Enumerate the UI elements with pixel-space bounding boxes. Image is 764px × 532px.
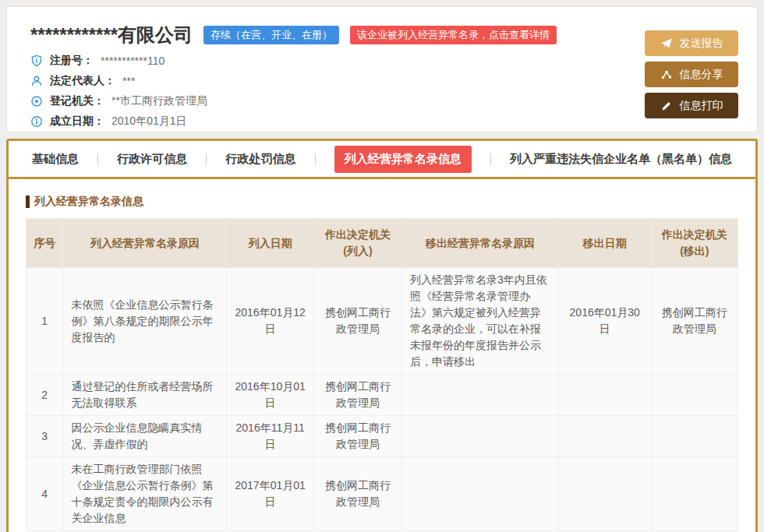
field-registration-authority: 登记机关： **市工商行政管理局 xyxy=(30,94,557,108)
action-label: 信息打印 xyxy=(680,99,723,113)
cell-reason-out xyxy=(402,375,559,416)
cell-authority-out: 携创网工商行政管理局 xyxy=(651,268,737,375)
cell-reason-in: 未在工商行政管理部门依照《企业信息公示暂行条例》第十条规定责令的期限内公示有关企… xyxy=(63,457,227,531)
cell-reason-out: 列入经营异常名录3年内且依照《经营异常名录管理办法》第六规定被列入经营异常名录的… xyxy=(402,268,559,375)
tab-separator xyxy=(206,153,207,165)
cell-reason-out xyxy=(402,457,559,531)
tab-separator xyxy=(490,153,491,165)
status-badge: 存续（在营、开业、在册） xyxy=(203,26,339,44)
cell-reason-in: 通过登记的住所或者经营场所无法取得联系 xyxy=(63,375,227,416)
cell-date-in: 2016年10月01日 xyxy=(227,375,313,416)
cell-reason-in: 因公示企业信息隐瞒真实情况、弄虚作假的 xyxy=(63,416,227,457)
table-row: 3 因公示企业信息隐瞒真实情况、弄虚作假的 2016年11月11日 携创网工商行… xyxy=(27,416,738,457)
cell-date-in: 2016年11月11日 xyxy=(227,416,313,457)
cell-authority-in: 携创网工商行政管理局 xyxy=(313,457,401,531)
column-header-authority-in: 作出决定机关(列入) xyxy=(313,219,401,268)
table-row: 1 未依照《企业信息公示暂行条例》第八条规定的期限公示年度报告的 2016年01… xyxy=(27,268,738,375)
column-header-reason-out: 移出经营异常名录原因 xyxy=(402,219,559,268)
column-header-seq: 序号 xyxy=(27,219,63,268)
field-label: 注册号： xyxy=(50,54,94,68)
field-label: 成立日期： xyxy=(50,115,104,129)
table-header-row: 序号 列入经营异常名录原因 列入日期 作出决定机关(列入) 移出经营异常名录原因… xyxy=(27,219,738,268)
abnormal-records-table: 序号 列入经营异常名录原因 列入日期 作出决定机关(列入) 移出经营异常名录原因… xyxy=(26,218,738,531)
action-label: 发送报告 xyxy=(680,37,723,51)
cell-seq: 1 xyxy=(27,268,63,375)
main-panel: 基础信息 行政许可信息 行政处罚信息 列入经营异常名录信息 列入严重违法失信企业… xyxy=(6,139,758,532)
field-establish-date: 成立日期： 2010年01月1日 xyxy=(30,115,557,129)
cell-seq: 3 xyxy=(27,416,63,457)
pencil-icon xyxy=(660,100,673,112)
column-header-authority-out: 作出决定机关(移出) xyxy=(651,219,737,268)
field-registration-number: 注册号： ***********110 xyxy=(30,54,557,68)
page: ************有限公司 存续（在营、开业、在册） 该企业被列入经营异常… xyxy=(0,0,764,532)
cell-authority-in: 携创网工商行政管理局 xyxy=(313,268,401,375)
cell-authority-out xyxy=(651,375,737,416)
shield-icon xyxy=(30,55,43,67)
share-icon xyxy=(660,69,673,81)
cell-date-in: 2016年01月12日 xyxy=(227,268,313,375)
field-value: 2010年01月1日 xyxy=(111,115,187,129)
tab-admin-penalty[interactable]: 行政处罚信息 xyxy=(226,152,296,167)
company-name: ************有限公司 xyxy=(30,23,193,48)
column-header-reason-in: 列入经营异常名录原因 xyxy=(63,219,227,268)
cell-reason-in: 未依照《企业信息公示暂行条例》第八条规定的期限公示年度报告的 xyxy=(63,268,227,375)
section-title-bar xyxy=(26,196,30,208)
cell-authority-out xyxy=(651,416,737,457)
tab-admin-license[interactable]: 行政许可信息 xyxy=(117,152,187,167)
table-row: 2 通过登记的住所或者经营场所无法取得联系 2016年10月01日 携创网工商行… xyxy=(27,375,738,416)
send-report-button[interactable]: 发送报告 xyxy=(645,30,738,56)
company-info: ************有限公司 存续（在营、开业、在册） 该企业被列入经营异常… xyxy=(30,19,557,122)
field-legal-representative: 法定代表人： *** xyxy=(30,74,557,88)
cell-authority-out xyxy=(651,457,737,531)
abnormal-alert-badge[interactable]: 该企业被列入经营异常名录，点击查看详情 xyxy=(350,26,557,44)
location-icon xyxy=(30,95,43,107)
field-label: 登记机关： xyxy=(50,94,104,108)
field-label: 法定代表人： xyxy=(50,74,115,88)
field-value: **市工商行政管理局 xyxy=(111,94,207,108)
share-info-button[interactable]: 信息分享 xyxy=(645,62,738,87)
cell-reason-out xyxy=(402,416,559,457)
cell-date-out: 2016年01月30日 xyxy=(558,268,651,375)
cell-date-out xyxy=(558,416,651,457)
tab-separator xyxy=(315,153,316,165)
header-actions: 发送报告 信息分享 信息打印 xyxy=(645,19,738,122)
company-header-card: ************有限公司 存续（在营、开业、在册） 该企业被列入经营异常… xyxy=(6,6,758,132)
section-title-text: 列入经营异常名录信息 xyxy=(34,195,143,209)
section-title: 列入经营异常名录信息 xyxy=(26,195,738,209)
tab-content: 列入经营异常名录信息 序号 列入经营异常名录原因 列入日期 作出决定机关(列入)… xyxy=(9,179,755,532)
cell-date-out xyxy=(558,457,651,531)
print-info-button[interactable]: 信息打印 xyxy=(645,93,738,118)
person-icon xyxy=(30,75,43,87)
tab-separator xyxy=(97,153,98,165)
table-row: 4 未在工商行政管理部门依照《企业信息公示暂行条例》第十条规定责令的期限内公示有… xyxy=(27,457,738,531)
column-header-date-in: 列入日期 xyxy=(227,219,313,268)
cell-date-in: 2017年01月01日 xyxy=(227,457,313,531)
cell-seq: 4 xyxy=(27,457,63,531)
field-value: *** xyxy=(122,75,135,87)
tab-basic-info[interactable]: 基础信息 xyxy=(32,152,79,167)
cell-authority-in: 携创网工商行政管理局 xyxy=(313,375,401,416)
cell-date-out xyxy=(558,375,651,416)
info-icon xyxy=(30,115,43,128)
column-header-date-out: 移出日期 xyxy=(558,219,651,268)
tab-bar: 基础信息 行政许可信息 行政处罚信息 列入经营异常名录信息 列入严重违法失信企业… xyxy=(9,141,755,179)
paper-plane-icon xyxy=(660,37,673,50)
tab-abnormal-list[interactable]: 列入经营异常名录信息 xyxy=(334,146,472,173)
tab-blacklist[interactable]: 列入严重违法失信企业名单（黑名单）信息 xyxy=(510,152,732,167)
field-value: ***********110 xyxy=(101,55,164,67)
cell-seq: 2 xyxy=(27,375,63,416)
cell-authority-in: 携创网工商行政管理局 xyxy=(313,416,401,457)
action-label: 信息分享 xyxy=(680,68,723,82)
